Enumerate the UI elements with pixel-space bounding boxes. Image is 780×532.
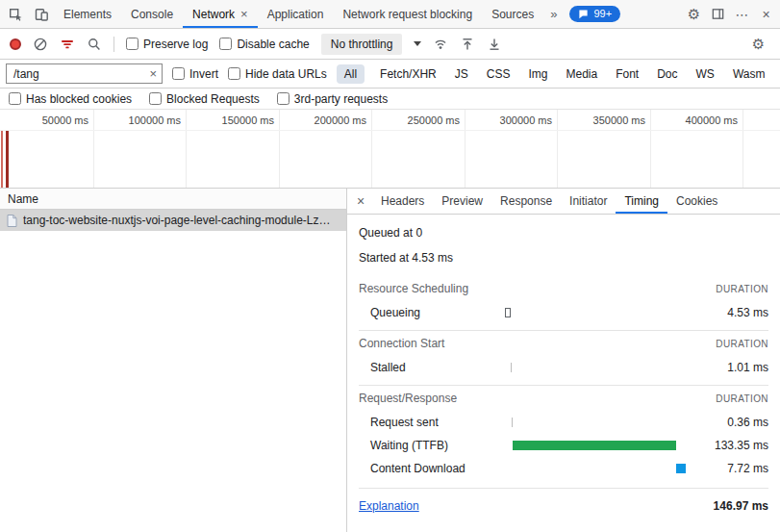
timing-track: [505, 463, 686, 474]
type-filter-media[interactable]: Media: [563, 64, 600, 84]
total-duration: 146.97 ms: [714, 499, 768, 513]
more-tabs-icon[interactable]: »: [543, 7, 564, 21]
type-filter-ws[interactable]: WS: [693, 64, 717, 84]
timing-label: Waiting (TTFB): [359, 439, 505, 452]
third-party-requests-option[interactable]: 3rd-party requests: [277, 92, 388, 106]
request-list-empty-area: [0, 231, 346, 532]
tab-label: Application: [267, 8, 324, 21]
timing-duration: 133.35 ms: [686, 439, 768, 452]
request-list-panel: Name tang-toc-website-nuxtjs-voi-page-le…: [0, 189, 347, 532]
blocked-requests-option[interactable]: Blocked Requests: [149, 92, 260, 106]
dock-side-icon[interactable]: [706, 2, 730, 27]
timeline-gridline: [93, 110, 94, 188]
section-title: Resource Scheduling: [359, 282, 468, 295]
filter-icon[interactable]: [60, 37, 75, 52]
devtools-window: Elements Console Network × Application N…: [0, 0, 780, 532]
timing-label: Request sent: [359, 416, 505, 429]
device-toolbar-icon[interactable]: [28, 1, 54, 28]
disable-cache-option[interactable]: Disable cache: [219, 38, 309, 51]
disable-cache-checkbox[interactable]: [219, 38, 232, 50]
tab-headers[interactable]: Headers: [372, 189, 433, 214]
timeline-gridline: [279, 110, 280, 188]
preserve-log-checkbox[interactable]: [126, 38, 138, 50]
network-settings-gear-icon[interactable]: ⚙: [746, 32, 770, 57]
timeline-tick-label: 100000 ms: [129, 114, 186, 126]
type-filter-js[interactable]: JS: [452, 64, 471, 84]
tab-cookies[interactable]: Cookies: [667, 189, 726, 214]
type-filter-doc[interactable]: Doc: [654, 64, 680, 84]
network-conditions-icon[interactable]: [433, 37, 448, 52]
timeline-tick-label: 150000 ms: [222, 114, 279, 126]
invert-label: Invert: [189, 67, 218, 81]
devtools-window-controls: ⚙ ⋯ ×: [682, 2, 778, 27]
close-devtools-icon[interactable]: ×: [754, 2, 778, 27]
issues-badge[interactable]: 99+: [569, 6, 620, 22]
type-filter-css[interactable]: CSS: [484, 64, 514, 84]
throttling-select[interactable]: No throttling: [321, 34, 422, 55]
hide-data-urls-option[interactable]: Hide data URLs: [228, 67, 327, 81]
tab-application[interactable]: Application: [258, 0, 334, 28]
export-har-icon[interactable]: [487, 37, 502, 52]
hide-data-urls-checkbox[interactable]: [228, 67, 240, 80]
type-filter-fetch-xhr[interactable]: Fetch/XHR: [377, 64, 440, 84]
invert-checkbox[interactable]: [172, 67, 185, 80]
settings-gear-icon[interactable]: ⚙: [682, 2, 706, 27]
invert-option[interactable]: Invert: [172, 67, 218, 81]
chevron-down-icon: [414, 41, 421, 46]
tab-network[interactable]: Network ×: [183, 0, 258, 28]
name-column-header[interactable]: Name: [0, 189, 346, 210]
tab-sources[interactable]: Sources: [482, 0, 543, 28]
type-filter-wasm[interactable]: Wasm: [730, 64, 768, 84]
has-blocked-cookies-option[interactable]: Has blocked cookies: [9, 92, 132, 106]
type-filter-all[interactable]: All: [337, 64, 365, 84]
tab-label: Elements: [63, 8, 112, 21]
timing-label: Content Download: [359, 462, 505, 475]
timeline-tick-label: 200000 ms: [315, 114, 371, 126]
preserve-log-option[interactable]: Preserve log: [126, 38, 208, 51]
clear-network-log-icon[interactable]: [33, 37, 48, 52]
search-icon[interactable]: [87, 37, 102, 52]
timing-duration: 1.01 ms: [686, 361, 768, 374]
explanation-link[interactable]: Explanation: [359, 499, 419, 513]
tab-initiator[interactable]: Initiator: [561, 189, 616, 214]
type-filter-img[interactable]: Img: [525, 64, 550, 84]
devtools-tabbar: Elements Console Network × Application N…: [0, 0, 780, 29]
network-filter-bar: × Invert Hide data URLs All Fetch/XHR JS…: [0, 60, 780, 89]
content-download-bar: [676, 464, 686, 473]
tab-preview[interactable]: Preview: [433, 189, 491, 214]
timeline-tick-label: 400000 ms: [686, 114, 742, 126]
timing-label: Stalled: [359, 361, 505, 374]
blocked-requests-checkbox[interactable]: [149, 92, 162, 105]
name-column-label: Name: [8, 192, 38, 206]
timeline-tick-label: 350000 ms: [593, 114, 650, 126]
file-icon: [7, 215, 17, 227]
tab-console[interactable]: Console: [121, 0, 183, 28]
tab-timing[interactable]: Timing: [616, 189, 667, 214]
table-row[interactable]: tang-toc-website-nuxtjs-voi-page-level-c…: [0, 210, 346, 231]
has-blocked-cookies-checkbox[interactable]: [9, 92, 21, 105]
close-icon[interactable]: ×: [240, 8, 248, 20]
import-har-icon[interactable]: [460, 37, 475, 52]
tab-response[interactable]: Response: [491, 189, 561, 214]
timeline-tick-label: 300000 ms: [500, 114, 557, 126]
inspect-element-icon[interactable]: [2, 1, 28, 28]
record-network-log-icon[interactable]: [10, 38, 21, 50]
tab-elements[interactable]: Elements: [54, 0, 121, 28]
timing-row-waiting-ttfb: Waiting (TTFB) 133.35 ms: [359, 434, 768, 457]
request-name: tang-toc-website-nuxtjs-voi-page-level-c…: [23, 214, 340, 227]
network-overview[interactable]: 50000 ms 100000 ms 150000 ms 200000 ms 2…: [0, 110, 780, 189]
more-options-icon[interactable]: ⋯: [730, 2, 754, 27]
ruler-separator: [0, 130, 780, 131]
clear-filter-icon[interactable]: ×: [149, 67, 157, 80]
detail-tabbar: × Headers Preview Response Initiator Tim…: [347, 189, 780, 215]
third-party-requests-label: 3rd-party requests: [294, 92, 388, 106]
close-detail-icon[interactable]: ×: [349, 193, 372, 209]
type-filter-font[interactable]: Font: [613, 64, 642, 84]
hide-data-urls-label: Hide data URLs: [245, 67, 327, 81]
third-party-requests-checkbox[interactable]: [277, 92, 289, 105]
section-title: Connection Start: [359, 337, 444, 350]
timing-row-content-download: Content Download 7.72 ms: [359, 457, 768, 480]
filter-input[interactable]: [12, 66, 149, 82]
tab-network-request-blocking[interactable]: Network request blocking: [333, 0, 482, 28]
timing-track: [505, 362, 686, 373]
